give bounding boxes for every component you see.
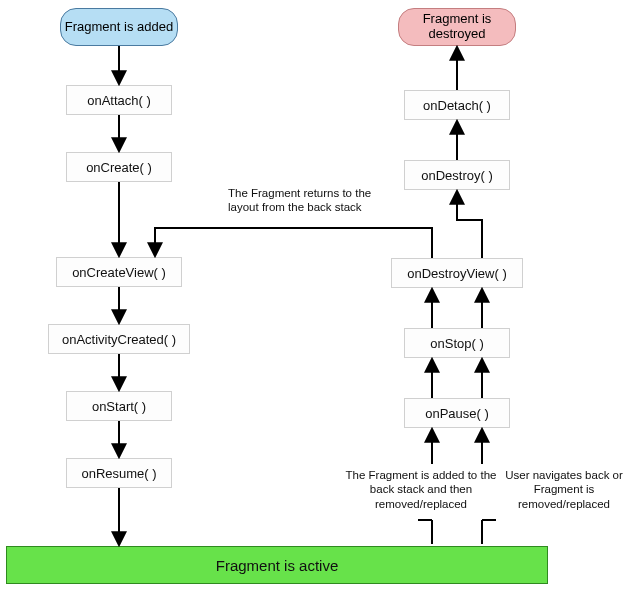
node-onAttach: onAttach( ) [66,85,172,115]
node-onPause: onPause( ) [404,398,510,428]
end-fragment-destroyed: Fragment is destroyed [398,8,516,46]
start-fragment-added: Fragment is added [60,8,178,46]
node-onDetach: onDetach( ) [404,90,510,120]
node-onActivityCreated: onActivityCreated( ) [48,324,190,354]
node-onStop: onStop( ) [404,328,510,358]
node-onResume: onResume( ) [66,458,172,488]
node-onCreateView: onCreateView( ) [56,257,182,287]
state-fragment-is-active: Fragment is active [6,546,548,584]
node-onDestroyView: onDestroyView( ) [391,258,523,288]
node-onStart: onStart( ) [66,391,172,421]
annot-added-backstack: The Fragment is added to the back stack … [344,468,498,511]
annot-user-nav-back: User navigates back or Fragment is remov… [498,468,630,511]
annot-return-backstack: The Fragment returns to the layout from … [228,186,378,215]
node-onDestroy: onDestroy( ) [404,160,510,190]
node-onCreate: onCreate( ) [66,152,172,182]
